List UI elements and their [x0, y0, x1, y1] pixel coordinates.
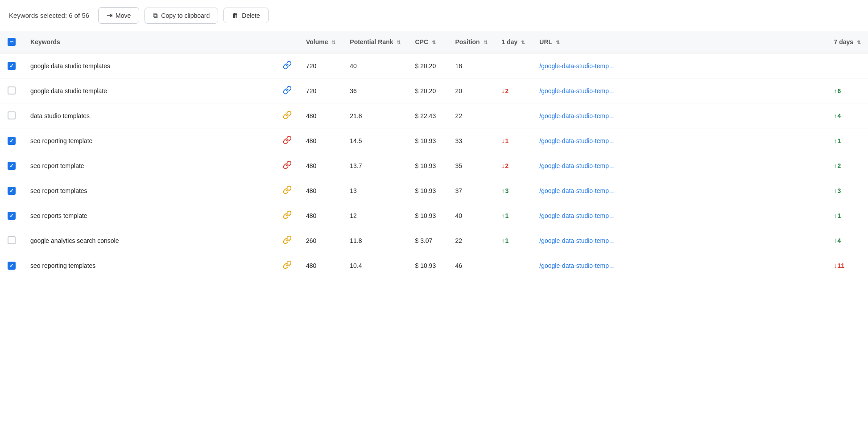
checkbox-box[interactable]: [8, 111, 16, 119]
chain-link-icon[interactable]: [283, 160, 292, 169]
url-cell[interactable]: /google-data-studio-temp…: [532, 228, 827, 253]
url-cell[interactable]: /google-data-studio-temp…: [532, 103, 827, 128]
7days-cell: 1: [827, 128, 868, 153]
header-cpc[interactable]: CPC ⇅: [408, 31, 448, 53]
checkbox-box[interactable]: ✓: [8, 187, 16, 195]
checkbox-box[interactable]: ✓: [8, 262, 16, 270]
link-icon-cell[interactable]: [276, 78, 299, 103]
change-cell: 2: [495, 78, 533, 103]
chain-link-icon[interactable]: [283, 185, 292, 194]
checkbox-box[interactable]: ✓: [8, 162, 16, 170]
checkbox-box[interactable]: [8, 236, 16, 244]
row-checkbox[interactable]: ✓: [7, 62, 16, 70]
chain-link-icon[interactable]: [283, 135, 292, 144]
url-link[interactable]: /google-data-studio-temp…: [539, 87, 615, 94]
row-checkbox-cell[interactable]: [0, 103, 23, 128]
up-change-7days: 2: [834, 162, 841, 169]
row-checkbox[interactable]: [7, 236, 16, 245]
row-checkbox-cell[interactable]: ✓: [0, 53, 23, 78]
table-row: ✓ seo reports template 480 12 $ 10.93 40…: [0, 203, 868, 228]
url-cell[interactable]: /google-data-studio-temp…: [532, 53, 827, 78]
row-checkbox[interactable]: ✓: [7, 136, 16, 145]
chain-link-icon[interactable]: [283, 111, 292, 119]
url-link[interactable]: /google-data-studio-temp…: [539, 212, 615, 219]
header-link: [276, 31, 299, 53]
chain-link-icon[interactable]: [283, 86, 292, 94]
url-link[interactable]: /google-data-studio-temp…: [539, 237, 615, 244]
url-cell[interactable]: /google-data-studio-temp…: [532, 128, 827, 153]
volume-cell: 260: [299, 228, 343, 253]
header-url[interactable]: URL ⇅: [532, 31, 827, 53]
checkbox-box[interactable]: ✓: [8, 212, 16, 220]
row-checkbox[interactable]: ✓: [7, 211, 16, 220]
header-keywords[interactable]: Keywords: [23, 31, 276, 53]
table-row: ✓ seo reporting template 480 14.5 $ 10.9…: [0, 128, 868, 153]
chain-link-icon[interactable]: [283, 61, 292, 70]
keyword-text: google data studio templates: [30, 62, 110, 70]
row-checkbox-cell[interactable]: ✓: [0, 128, 23, 153]
url-cell[interactable]: /google-data-studio-temp…: [532, 178, 827, 203]
position-value: 33: [455, 137, 462, 144]
url-cell[interactable]: /google-data-studio-temp…: [532, 78, 827, 103]
link-icon-cell[interactable]: [276, 203, 299, 228]
url-cell[interactable]: /google-data-studio-temp…: [532, 153, 827, 178]
row-checkbox-cell[interactable]: ✓: [0, 203, 23, 228]
row-checkbox-cell[interactable]: ✓: [0, 178, 23, 203]
header-1day[interactable]: 1 day ⇅: [495, 31, 533, 53]
link-icon-cell[interactable]: [276, 178, 299, 203]
row-checkbox[interactable]: ✓: [7, 161, 16, 170]
header-potential-rank[interactable]: Potential Rank ⇅: [343, 31, 408, 53]
keywords-table-container: − Keywords Volume ⇅ Potential Rank ⇅: [0, 31, 868, 278]
row-checkbox[interactable]: ✓: [7, 186, 16, 195]
position-cell: 22: [448, 228, 494, 253]
url-link[interactable]: /google-data-studio-temp…: [539, 262, 615, 269]
row-checkbox-cell[interactable]: ✓: [0, 253, 23, 278]
url-cell[interactable]: /google-data-studio-temp…: [532, 203, 827, 228]
copy-to-clipboard-button[interactable]: ⧉ Copy to clipboard: [145, 8, 218, 24]
row-checkbox-cell[interactable]: [0, 228, 23, 253]
link-icon-cell[interactable]: [276, 153, 299, 178]
url-link[interactable]: /google-data-studio-temp…: [539, 137, 615, 144]
chain-link-icon[interactable]: [283, 235, 292, 244]
row-checkbox[interactable]: [7, 86, 16, 95]
header-7days[interactable]: 7 days ⇅: [827, 31, 868, 53]
checkbox-box[interactable]: [8, 86, 16, 94]
checkbox-box[interactable]: ✓: [8, 137, 16, 145]
link-icon-cell[interactable]: [276, 103, 299, 128]
chain-link-icon[interactable]: [283, 210, 292, 219]
table-header-row: − Keywords Volume ⇅ Potential Rank ⇅: [0, 31, 868, 53]
link-icon-cell[interactable]: [276, 128, 299, 153]
url-link[interactable]: /google-data-studio-temp…: [539, 187, 615, 194]
row-checkbox[interactable]: ✓: [7, 261, 16, 270]
url-cell[interactable]: /google-data-studio-temp…: [532, 253, 827, 278]
7days-cell: 4: [827, 103, 868, 128]
keyword-text: seo reports template: [30, 212, 87, 219]
potential-rank-cell: 40: [343, 53, 408, 78]
position-value: 46: [455, 262, 462, 269]
link-icon-cell[interactable]: [276, 53, 299, 78]
rank-sort-icon: ⇅: [397, 40, 401, 45]
header-volume[interactable]: Volume ⇅: [299, 31, 343, 53]
url-link[interactable]: /google-data-studio-temp…: [539, 62, 615, 70]
link-icon-cell[interactable]: [276, 228, 299, 253]
move-button[interactable]: ⇥ Move: [98, 7, 139, 24]
delete-button[interactable]: 🗑 Delete: [223, 8, 268, 23]
chain-link-icon[interactable]: [283, 260, 292, 269]
url-link[interactable]: /google-data-studio-temp…: [539, 112, 615, 119]
volume-cell: 480: [299, 103, 343, 128]
select-all-checkbox[interactable]: −: [7, 37, 16, 46]
row-checkbox-cell[interactable]: ✓: [0, 153, 23, 178]
select-all-checkbox-box[interactable]: −: [8, 38, 16, 46]
checkmark: ✓: [9, 63, 14, 69]
link-icon-cell[interactable]: [276, 253, 299, 278]
header-position[interactable]: Position ⇅: [448, 31, 494, 53]
row-checkbox[interactable]: [7, 111, 16, 120]
cpc-value: $ 3.07: [415, 237, 432, 244]
header-checkbox-col[interactable]: −: [0, 31, 23, 53]
row-checkbox-cell[interactable]: [0, 78, 23, 103]
keyword-cell: data studio templates: [23, 103, 276, 128]
keywords-table: − Keywords Volume ⇅ Potential Rank ⇅: [0, 31, 868, 278]
checkbox-box[interactable]: ✓: [8, 62, 16, 70]
url-link[interactable]: /google-data-studio-temp…: [539, 162, 615, 169]
up-change-7days: 4: [834, 237, 841, 244]
